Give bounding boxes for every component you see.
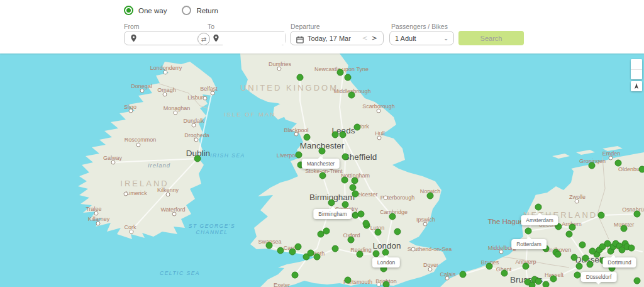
- bus-stop-marker[interactable]: [634, 211, 641, 218]
- map-tooltip-rotterdam[interactable]: Rotterdam: [511, 239, 547, 249]
- bus-stop-marker[interactable]: [337, 69, 344, 76]
- bus-stop-marker[interactable]: [289, 249, 296, 256]
- radio-return[interactable]: Return: [182, 6, 218, 15]
- bus-stop-marker[interactable]: [615, 160, 622, 167]
- bus-stop-marker[interactable]: [348, 237, 355, 244]
- bus-stop-marker[interactable]: [566, 231, 573, 238]
- previous-day-button[interactable]: <: [360, 34, 370, 42]
- bus-stop-marker[interactable]: [296, 152, 303, 159]
- bus-stop-marker[interactable]: [501, 270, 508, 277]
- bus-stop-marker[interactable]: [266, 242, 273, 249]
- zoom-out-button[interactable]: [631, 69, 642, 79]
- bus-stop-marker[interactable]: [579, 242, 586, 249]
- map-tooltip-amsterdam[interactable]: Amsterdam: [521, 215, 558, 225]
- bus-stop-marker[interactable]: [277, 247, 284, 254]
- bus-stop-marker[interactable]: [589, 162, 596, 169]
- map-tooltip-manchester[interactable]: Manchester: [302, 159, 340, 169]
- zoom-controls: [631, 59, 642, 79]
- map-tooltip-d-sseldorf[interactable]: Düsseldorf: [581, 272, 617, 282]
- town-marker: [377, 109, 381, 113]
- bus-stop-marker[interactable]: [486, 263, 493, 270]
- to-input[interactable]: [223, 33, 282, 45]
- bus-stop-marker[interactable]: [297, 74, 304, 81]
- map-canvas[interactable]: UNITED KINGDOMIRELANDNETHERLANDSISLE OF …: [0, 53, 644, 287]
- bus-stop-marker[interactable]: [383, 281, 390, 287]
- radio-unselected-icon[interactable]: [182, 6, 191, 15]
- bus-stop-marker[interactable]: [292, 272, 299, 279]
- town-marker: [377, 136, 382, 140]
- bus-stop-marker[interactable]: [341, 177, 348, 184]
- bus-stop-marker[interactable]: [332, 245, 339, 252]
- bus-stop-marker[interactable]: [345, 277, 352, 284]
- locate-me-button[interactable]: [631, 81, 642, 91]
- town-marker: [192, 123, 196, 128]
- bus-stop-marker[interactable]: [628, 245, 635, 252]
- bus-stop-marker[interactable]: [529, 282, 536, 287]
- bus-stop-marker[interactable]: [345, 74, 352, 81]
- bus-stop-marker[interactable]: [543, 281, 550, 287]
- map-label-osnabr-ck: Osnabrück: [622, 206, 644, 213]
- bus-stop-marker[interactable]: [394, 228, 401, 235]
- bus-stop-marker[interactable]: [342, 154, 349, 160]
- map-tooltip-london[interactable]: London: [372, 257, 400, 267]
- bus-stop-marker[interactable]: [194, 155, 201, 162]
- locate-control: [631, 81, 642, 91]
- next-day-button[interactable]: >: [370, 34, 379, 42]
- search-button[interactable]: Search: [458, 31, 524, 45]
- town-marker: [140, 89, 145, 93]
- town-marker: [423, 222, 428, 227]
- bus-stop-marker[interactable]: [574, 272, 581, 279]
- bus-stop-marker[interactable]: [354, 124, 361, 131]
- bus-stop-marker[interactable]: [319, 172, 326, 179]
- bus-stop-marker[interactable]: [352, 177, 358, 184]
- passengers-field[interactable]: 1 Adult ⌄: [389, 31, 454, 45]
- zoom-in-button[interactable]: [631, 59, 642, 69]
- town-marker: [111, 160, 116, 165]
- bus-stop-marker[interactable]: [389, 213, 396, 220]
- bus-stop-marker[interactable]: [352, 191, 359, 198]
- bus-stop-marker[interactable]: [550, 276, 557, 283]
- bus-stop-marker[interactable]: [555, 251, 562, 258]
- map-tooltip-dortmund[interactable]: Dortmund: [602, 257, 636, 267]
- bus-stop-marker[interactable]: [363, 220, 370, 227]
- bus-stop-marker[interactable]: [639, 166, 644, 173]
- radio-selected-icon[interactable]: [124, 6, 133, 15]
- bus-stop-marker[interactable]: [348, 92, 355, 99]
- bus-stop-marker[interactable]: [582, 255, 589, 262]
- bus-stop-marker[interactable]: [535, 278, 542, 285]
- bus-stop-marker[interactable]: [314, 254, 321, 261]
- from-to-field: ⇄: [124, 31, 286, 45]
- bus-stop-marker[interactable]: [295, 244, 302, 250]
- town-marker: [609, 156, 613, 160]
- bus-stop-marker[interactable]: [621, 225, 628, 232]
- bus-stop-marker[interactable]: [373, 250, 380, 257]
- bus-stop-marker[interactable]: [323, 228, 330, 235]
- town-marker: [130, 230, 134, 234]
- bus-stop-marker[interactable]: [427, 193, 434, 200]
- bus-stop-marker[interactable]: [460, 271, 467, 278]
- bus-stop-marker[interactable]: [598, 212, 605, 219]
- swap-from-to-button[interactable]: ⇄: [197, 33, 210, 45]
- bus-stop-marker[interactable]: [569, 224, 576, 231]
- bus-stop-marker[interactable]: [634, 278, 641, 284]
- bus-stop-marker[interactable]: [304, 134, 311, 141]
- chevron-down-icon: ⌄: [443, 35, 448, 42]
- bus-stop-marker[interactable]: [523, 263, 530, 270]
- passengers-label: Passengers / Bikes: [391, 23, 448, 30]
- town-marker: [163, 93, 167, 97]
- bus-stop-marker[interactable]: [576, 263, 583, 270]
- map-tooltip-birmingham[interactable]: Birmingham: [313, 209, 352, 219]
- bus-stop-marker[interactable]: [358, 211, 365, 218]
- bus-stop-marker[interactable]: [342, 201, 349, 208]
- bus-stop-marker[interactable]: [340, 132, 347, 138]
- departure-label: Departure: [291, 23, 320, 30]
- departure-field[interactable]: Today, 17 Mar < >: [290, 31, 384, 45]
- bus-stop-marker[interactable]: [589, 248, 596, 255]
- bus-stop-marker[interactable]: [375, 229, 382, 236]
- radio-one-way[interactable]: One way: [124, 6, 167, 15]
- map-label-united-kingdom: UNITED KINGDOM: [240, 83, 338, 93]
- bus-stop-marker[interactable]: [332, 132, 339, 138]
- bus-stop-marker[interactable]: [357, 251, 364, 258]
- bus-stop-marker[interactable]: [571, 254, 578, 261]
- bus-stop-marker[interactable]: [587, 261, 594, 268]
